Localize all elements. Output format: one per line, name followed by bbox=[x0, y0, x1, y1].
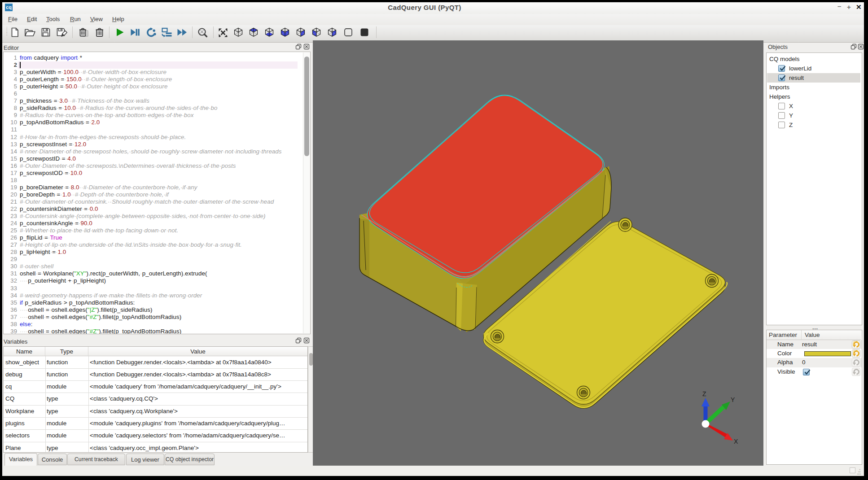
svg-text:Y: Y bbox=[731, 396, 735, 403]
svg-text:Z: Z bbox=[702, 390, 706, 397]
svg-text:X: X bbox=[734, 438, 738, 445]
